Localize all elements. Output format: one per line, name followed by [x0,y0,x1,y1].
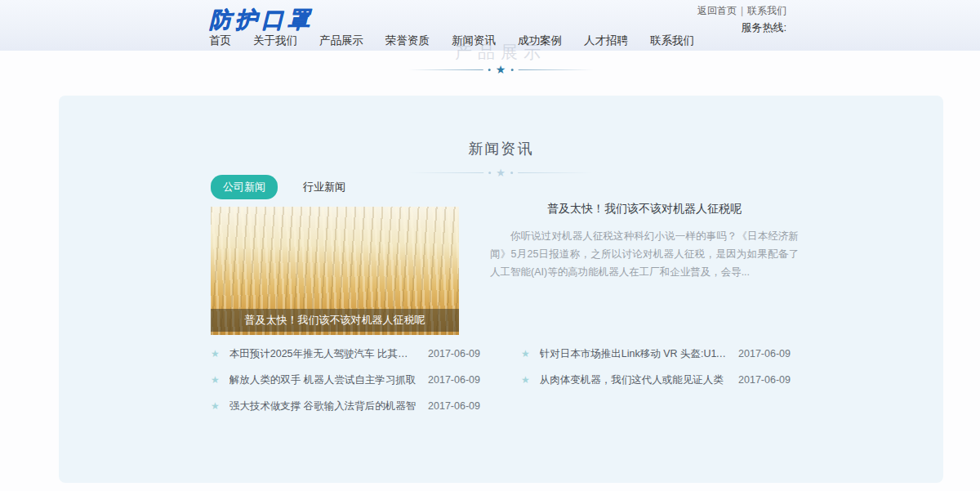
news-list-item[interactable]: ★ 强大技术做支撑 谷歌输入法背后的机器智 2017-06-09 [211,393,480,419]
news-item-date: 2017-06-09 [428,400,480,412]
news-list-right: ★ 针对日本市场推出Link移动 VR 头盔:U11专属 2017-06-09 … [521,341,791,393]
nav-item-products[interactable]: 产品展示 [319,33,363,48]
tab-company-news[interactable]: 公司新闻 [211,175,278,199]
tab-industry-news[interactable]: 行业新闻 [291,175,358,199]
news-item-title[interactable]: 强大技术做支撑 谷歌输入法背后的机器智 [229,399,416,413]
news-list-item[interactable]: ★ 针对日本市场推出Link移动 VR 头盔:U11专属 2017-06-09 [521,341,791,367]
featured-image-caption: 普及太快！我们该不该对机器人征税呢 [211,309,459,332]
contact-us-link[interactable]: 联系我们 [747,5,786,16]
star-bullet-icon: ★ [211,349,220,359]
featured-article-title[interactable]: 普及太快！我们该不该对机器人征税呢 [490,202,799,216]
star-bullet-icon: ★ [521,349,530,359]
nav-item-jobs[interactable]: 人才招聘 [584,33,628,48]
divider-line [518,172,593,173]
star-divider-icon: ★ [496,167,506,178]
divider-dot [510,172,513,174]
nav-item-contact[interactable]: 联系我们 [650,33,694,48]
news-item-date: 2017-06-09 [738,348,791,359]
divider-line [518,69,593,70]
news-item-title[interactable]: 解放人类的双手 机器人尝试自主学习抓取 [229,373,416,387]
nav-item-honors[interactable]: 荣誉资质 [385,33,430,48]
featured-article-excerpt: 你听说过对机器人征税这种科幻小说一样的事吗？《日本经济新闻》5月25日报道称，之… [490,227,799,281]
star-bullet-icon: ★ [211,375,220,385]
star-bullet-icon: ★ [211,401,220,411]
news-tabs: 公司新闻 行业新闻 [211,175,358,199]
star-divider: ★ [408,64,594,75]
ghost-section-title: 产品展示 [455,41,546,64]
main-nav: 首页 关于我们 产品展示 荣誉资质 新闻资讯 成功案例 人才招聘 联系我们 [209,33,694,48]
back-home-link[interactable]: 返回首页 [697,5,737,16]
service-hotline-label: 服务热线: [741,20,786,35]
news-list-item[interactable]: ★ 解放人类的双手 机器人尝试自主学习抓取 2017-06-09 [211,367,480,393]
news-section-title: 新闻资讯 [59,139,943,158]
faint-star-divider: ★ [408,167,593,178]
news-item-date: 2017-06-09 [428,374,480,386]
news-item-date: 2017-06-09 [428,348,480,359]
site-logo[interactable]: 防护口罩 [209,5,314,34]
news-list-left: ★ 本田预计2025年推无人驾驶汽车 比其他公 2017-06-09 ★ 解放人… [211,341,480,419]
news-item-title[interactable]: 本田预计2025年推无人驾驶汽车 比其他公 [229,347,416,361]
nav-item-about[interactable]: 关于我们 [253,33,297,48]
divider-line [408,69,483,70]
star-bullet-icon: ★ [521,375,530,385]
news-item-title[interactable]: 针对日本市场推出Link移动 VR 头盔:U11专属 [540,347,727,361]
news-item-date: 2017-06-09 [738,374,791,386]
news-list-item[interactable]: ★ 本田预计2025年推无人驾驶汽车 比其他公 2017-06-09 [211,341,480,367]
news-list-item[interactable]: ★ 从肉体变机器，我们这代人或能见证人类 2017-06-09 [521,367,791,393]
news-panel: 新闻资讯 ★ 公司新闻 行业新闻 普及太快！我们该不该对机器人征税呢 普及太快！… [59,96,943,483]
star-divider-icon: ★ [496,64,506,75]
divider-dot [488,172,491,174]
featured-news-article: 普及太快！我们该不该对机器人征税呢 你听说过对机器人征税这种科幻小说一样的事吗？… [490,202,799,281]
header-quick-links: 返回首页|联系我们 [697,4,786,18]
news-item-title[interactable]: 从肉体变机器，我们这代人或能见证人类 [540,373,727,387]
divider-line [408,172,483,173]
divider-dot [510,69,513,71]
link-separator: | [741,5,743,16]
nav-item-home[interactable]: 首页 [209,33,231,48]
divider-dot [488,69,491,71]
featured-news-image[interactable]: 普及太快！我们该不该对机器人征税呢 [211,207,459,335]
page: 防护口罩 返回首页|联系我们 服务热线: 首页 关于我们 产品展示 荣誉资质 新… [0,0,980,491]
